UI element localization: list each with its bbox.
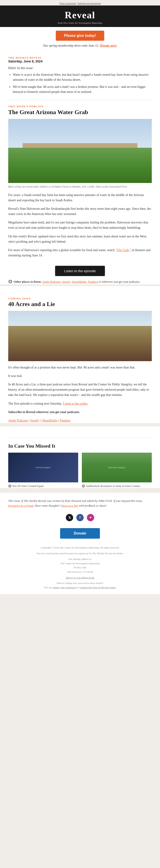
spacer-1 <box>0 286 160 291</box>
view-in-browser-link[interactable]: View in browser <box>59 2 76 5</box>
the-grab-link[interactable]: "The Grab," <box>116 248 131 252</box>
coming-soon-title: 40 Acres and a Lie <box>8 301 152 308</box>
icymi-caption-solar: Sunblocked: Resistance to Solar in Farm … <box>82 484 152 488</box>
coming-soon-para-2: It was real. <box>8 373 152 378</box>
bullet-item-1: Water is scarce in the American West, bu… <box>13 72 152 83</box>
podcast-label: THIS WEEK'S PODCAST <box>8 105 152 108</box>
weekly-reveal-date: Saturday, June 8, 2024 <box>8 59 152 63</box>
mailing-label: Our mailing address is: <box>68 558 92 560</box>
cs-spotify-link[interactable]: Spotify <box>30 419 40 422</box>
add-to-address: Add us to your address book <box>8 576 152 580</box>
listen-episode-button[interactable]: Listen to the episode <box>55 266 105 276</box>
svg-point-1 <box>9 281 11 282</box>
icymi-votes-caption-text: Not All Votes Created Equal <box>12 484 43 488</box>
legal-footer: Copyright © 2024 The Center for Investig… <box>0 543 160 594</box>
give-today-button[interactable]: Please give today! <box>56 31 104 41</box>
podcast-image-area <box>8 119 152 183</box>
drop-line-link[interactable]: Drop us a line <box>61 504 78 507</box>
icymi-solar-caption-text: Sunblocked: Resistance to Solar in Farm … <box>86 484 140 488</box>
coming-soon-para-3: In 40 Acres and a Lie, a three-part podc… <box>8 382 152 398</box>
intro-bullet-list: Water is scarce in the American West, bu… <box>13 72 152 95</box>
header-logo-area: Reveal from The Center for Investigative… <box>0 5 160 27</box>
top-bar: View in browser | Support our newsroom <box>0 0 160 5</box>
other-places-row: Other places to listen: Apple Podcasts, … <box>8 279 152 284</box>
coming-soon-platforms: Apple Podcasts | Spotify | iHeartRadio |… <box>8 418 152 423</box>
icymi-caption-votes: Not All Votes Created Equal <box>8 484 78 488</box>
pandora-link[interactable]: Pandora <box>88 280 98 283</box>
update-preferences-link[interactable]: update your preferences <box>53 586 77 589</box>
icymi-grid: election imagery Not All Votes Created E… <box>8 453 152 488</box>
instagram-icon: ✦ <box>87 514 94 521</box>
listen-trailer-link[interactable]: Listen to the trailer. <box>63 402 88 405</box>
bullet-item-2: We've been taught that '40 acres and a m… <box>13 84 152 95</box>
icymi-image-solar: farm/solar imagery <box>82 453 152 483</box>
give-btn-area: Please give today! <box>0 27 160 43</box>
coming-soon-para-1: It's often thought of as a promise that … <box>8 365 152 370</box>
donate-now-link[interactable]: Donate now! <box>100 44 117 48</box>
footer-written-by: This issue of The Weekly Reveal was writ… <box>8 498 152 508</box>
twitter-icon-link[interactable]: 𝕏 <box>66 514 73 521</box>
podcast-icon-sm-1 <box>8 485 11 488</box>
twitter-icon: 𝕏 <box>66 514 73 521</box>
separator: | <box>76 2 77 5</box>
podcast-section: THIS WEEK'S PODCAST The Great Arizona Wa… <box>8 105 152 284</box>
apple-podcasts-link[interactable]: Apple Podcasts <box>42 280 61 283</box>
divider-2 <box>8 438 152 438</box>
coming-soon-image <box>8 311 152 361</box>
other-places-text: Other places to listen: Apple Podcasts, … <box>14 279 140 284</box>
icymi-section: In Case You Missed It election imagery <box>0 426 160 488</box>
svg-point-5 <box>83 485 84 487</box>
podcast-para-2: Reveal's Nate Halverson and Ike Sriskand… <box>8 206 152 217</box>
facebook-icon: f <box>76 514 84 521</box>
cs-apple-podcasts-link[interactable]: Apple Podcasts <box>8 419 28 422</box>
divider-1 <box>8 100 152 100</box>
listen-btn-area: Listen to the episode <box>8 261 152 279</box>
podcast-image <box>8 119 152 183</box>
cs-iheartradio-link[interactable]: iHeartRadio <box>42 419 58 422</box>
spotify-link[interactable]: Spotify <box>62 280 70 283</box>
icymi-title: In Case You Missed It <box>8 443 152 449</box>
podcast-title: The Great Arizona Water Grab <box>8 108 152 116</box>
support-link[interactable]: Support our newsroom <box>78 2 101 5</box>
icymi-item-1: election imagery Not All Votes Created E… <box>8 453 78 488</box>
mailing-address: Our mailing address is: The Center for I… <box>8 557 152 574</box>
social-icons: 𝕏 f ✦ <box>8 510 152 524</box>
donate-button[interactable]: Donate <box>60 528 100 539</box>
org-name: The Center for Investigative Reporting <box>60 562 99 565</box>
po-box: PO Box 584 <box>74 566 86 569</box>
podcast-para-5: For more of Halverson's reporting into a… <box>8 247 152 258</box>
weekly-reveal-label: THE WEEKLY REVEAL <box>8 56 152 59</box>
podcast-icon-sm-2 <box>82 485 85 488</box>
cs-pandora-link[interactable]: Pandora <box>60 419 70 422</box>
iheartradio-link[interactable]: iHeartRadio <box>72 280 87 283</box>
city-state: San Francisco, CA 94104 <box>67 570 93 573</box>
icymi-item-2: farm/solar imagery Sunblocked: Resistanc… <box>82 453 152 488</box>
podcast-image-caption: Bales of hay are stored under shelters a… <box>8 185 152 189</box>
forward-friend-link[interactable]: forward it to a friend. <box>8 504 34 507</box>
podcast-icon <box>8 279 12 284</box>
main-content: THE WEEKLY REVEAL Saturday, June 8, 2024… <box>0 51 160 284</box>
podcast-para-3: Megafarms have taken hold, and it's not … <box>8 220 152 230</box>
logo-subtitle: from The Center for Investigative Report… <box>5 22 155 24</box>
unsubscribe-link[interactable]: unsubscribe from all Reveal emails <box>80 586 116 589</box>
donate-btn-area: Donate <box>0 526 160 543</box>
podcast-para-1: For years, a Saudi-owned hay farm has be… <box>8 192 152 203</box>
add-to-address-link[interactable]: Add us to your address book <box>66 576 94 579</box>
manage-preferences-text: Want to change how you receive these ema… <box>8 581 152 589</box>
copyright-text: Copyright © 2024 The Center for Investig… <box>8 546 152 550</box>
logo-text: Reveal <box>5 10 155 21</box>
facebook-icon-link[interactable]: f <box>76 514 84 521</box>
receiving-text: You are receiving this email because you… <box>8 551 152 556</box>
spring-drive-text: Our spring membership drive ends June 12… <box>43 44 99 48</box>
podcast-para-4: On this week's Reveal, updated since we … <box>8 234 152 244</box>
coming-soon-section: COMING SOON 40 Acres and a Lie It's ofte… <box>0 291 160 423</box>
coming-soon-subscribe: Subscribe to Reveal wherever you get you… <box>8 409 152 415</box>
svg-point-3 <box>9 485 10 487</box>
coming-soon-label: COMING SOON <box>8 297 152 300</box>
footer-text-area: This issue of The Weekly Reveal was writ… <box>0 493 160 526</box>
spring-drive-bar: Our spring membership drive ends June 12… <box>0 43 160 51</box>
instagram-icon-link[interactable]: ✦ <box>87 514 94 521</box>
hello-text: Hello! In this issue: <box>8 66 152 70</box>
coming-soon-para-4: The first episode is coming next Saturda… <box>8 401 152 406</box>
icymi-image-votes: election imagery <box>8 453 78 483</box>
